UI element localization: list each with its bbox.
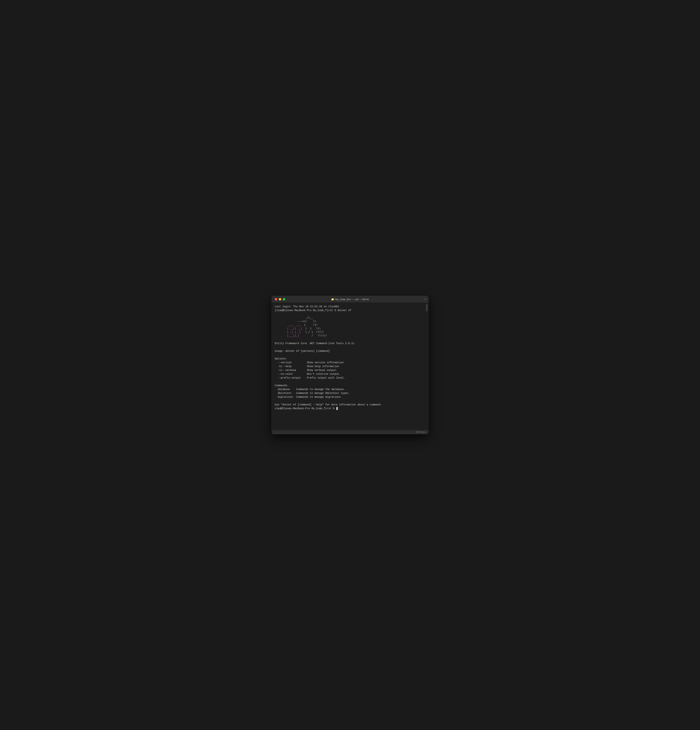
minimize-button[interactable] <box>279 298 281 301</box>
ascii-line-4: | __|| __| | ) \\\ <box>275 327 425 331</box>
option-no-color: --no-color Don't colorize output. <box>275 372 425 376</box>
blank-line-4 <box>275 380 425 384</box>
help-line: Use "dotnet ef [command] --help" for mor… <box>275 403 425 407</box>
bottom-bar: ⬛ Termin... <box>272 430 428 434</box>
command-dbcontext: dbcontext Commands to manage DbContext t… <box>275 391 425 395</box>
terminal-body[interactable]: Last login: Thu Nov 18 21:51:26 on ttys0… <box>272 302 428 430</box>
blank-line-0 <box>275 312 425 316</box>
usage-line: Usage: dotnet ef [options] [command] <box>275 349 425 353</box>
cursor <box>336 407 338 410</box>
blank-line-5 <box>275 399 425 403</box>
close-button[interactable] <box>275 298 277 301</box>
blank-line-2 <box>275 345 425 349</box>
options-header: Options: <box>275 357 425 361</box>
scrollbar[interactable] <box>426 304 427 311</box>
traffic-lights <box>275 298 285 301</box>
ascii-line-1: _/\__ <box>275 316 425 320</box>
prompt-line-1: [vlad@Ilonas-MacBook-Pro My_Code_first %… <box>275 308 425 312</box>
prompt-line-2: vlad@Ilonas-MacBook-Pro My_Code_first % <box>275 407 425 410</box>
ascii-line-5: | _| | _| \_/ | //|\\ <box>275 330 425 334</box>
option-version: --version Show version information <box>275 361 425 365</box>
ascii-line-6: |___||_| / \\\\\/ <box>275 334 425 338</box>
ascii-art: _/\__ ---==/ \\ ___ ___ |. \|\ | __|| __… <box>275 316 425 338</box>
folder-icon: 📁 <box>331 298 334 301</box>
command-database: database Commands to manage the database… <box>275 387 425 391</box>
commands-header: Commands: <box>275 384 425 387</box>
login-line: Last login: Thu Nov 18 21:51:26 on ttys0… <box>275 305 425 308</box>
blank-line-1 <box>275 338 425 342</box>
option-help: -h|--help Show help information <box>275 365 425 368</box>
scrollbar-indicator: ≡ <box>424 298 426 301</box>
terminal-window: 📁 My_Code_first — -zsh — 80×41 ≡ Last lo… <box>271 296 429 434</box>
terminal-icon: ⬛ Termin... <box>416 431 427 433</box>
title-bar: 📁 My_Code_first — -zsh — 80×41 ≡ <box>272 296 428 302</box>
command-migrations: migrations Commands to manage migrations… <box>275 395 425 399</box>
maximize-button[interactable] <box>283 298 285 301</box>
blank-line-3 <box>275 353 425 357</box>
ascii-line-2: ---==/ \\ <box>275 320 425 324</box>
option-prefix: --prefix-output Prefix output with level… <box>275 376 425 380</box>
framework-line: Entity Framework Core .NET Command-line … <box>275 342 425 345</box>
option-verbose: -v|--verbose Show verbose output. <box>275 368 425 372</box>
window-title: 📁 My_Code_first — -zsh — 80×41 <box>331 298 369 301</box>
ascii-line-3: ___ ___ |. \|\ <box>275 323 425 327</box>
